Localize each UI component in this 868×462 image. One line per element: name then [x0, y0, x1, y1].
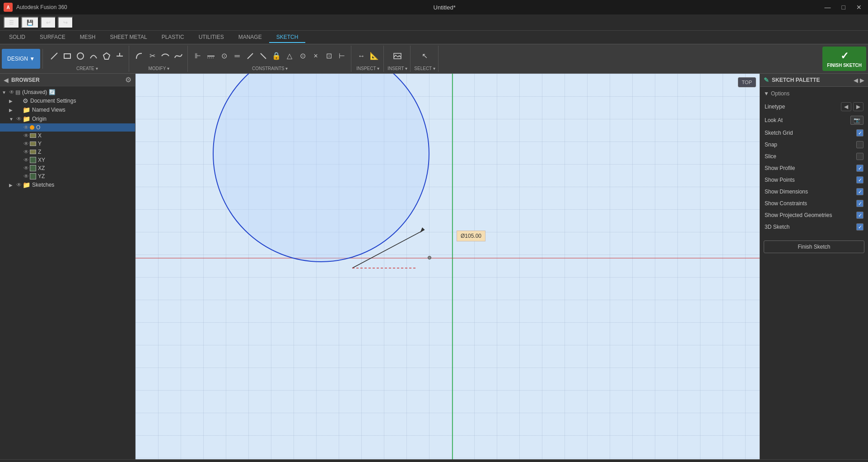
show-dimensions-checkbox[interactable]: ✓: [856, 188, 863, 195]
select-tool[interactable]: ↖: [419, 48, 431, 64]
show-constraints-checkbox[interactable]: ✓: [856, 200, 863, 207]
show-profile-checkbox[interactable]: ✓: [856, 165, 863, 172]
tree-item-x[interactable]: ▶ 👁 X: [0, 132, 135, 140]
tree-arrow-sketches[interactable]: ▶: [9, 183, 16, 188]
tree-item-origin[interactable]: ▼ 👁 📁 Origin: [0, 114, 135, 123]
tab-solid[interactable]: SOLID: [2, 32, 33, 43]
create-label[interactable]: CREATE ▾: [76, 66, 98, 72]
tree-item-y[interactable]: ▶ 👁 Y: [0, 140, 135, 148]
minimize-button[interactable]: —: [822, 3, 834, 12]
tree-eye-xy[interactable]: 👁: [23, 157, 29, 163]
sketch-grid-label: Sketch Grid: [765, 130, 793, 136]
tree-item-doc-settings[interactable]: ▶ 👁 ⚙ Document Settings: [0, 96, 135, 105]
fillet-tool[interactable]: [133, 48, 145, 64]
line-tool[interactable]: [48, 48, 61, 64]
show-points-checkbox[interactable]: ✓: [856, 176, 863, 184]
lookat-btn[interactable]: 📷: [850, 116, 863, 125]
spline-tool[interactable]: [172, 48, 185, 64]
tree-item-xy[interactable]: ▶ 👁 XY: [0, 156, 135, 164]
horizontal-tool[interactable]: ×: [309, 48, 322, 64]
canvas-area[interactable]: Ø105.00 TOP: [135, 74, 760, 459]
tree-arrow-named-views[interactable]: ▶: [9, 108, 16, 113]
symmetry-tool[interactable]: ⊢: [336, 48, 348, 64]
tree-arrow-origin[interactable]: ▼: [9, 117, 16, 122]
browser-settings-icon[interactable]: ⚙: [125, 75, 131, 84]
linetype-prev-btn[interactable]: ◀: [841, 102, 851, 111]
tree-item-o[interactable]: ▶ 👁 O: [0, 123, 135, 132]
tree-arrow-unsaved[interactable]: ▼: [2, 90, 9, 95]
slot-tool[interactable]: [113, 48, 126, 64]
tree-sync-icon[interactable]: 🔄: [49, 89, 56, 95]
finish-sketch-palette-btn[interactable]: Finish Sketch: [764, 240, 864, 253]
tab-plastic[interactable]: PLASTIC: [154, 32, 191, 43]
tab-manage[interactable]: MANAGE: [231, 32, 269, 43]
tab-surface[interactable]: SURFACE: [33, 32, 73, 43]
circle-tool[interactable]: [74, 48, 87, 64]
tab-sketch[interactable]: SKETCH: [269, 32, 306, 43]
tab-sheet-metal[interactable]: SHEET METAL: [103, 32, 154, 43]
midpoint-tool[interactable]: △: [283, 48, 296, 64]
tree-eye-o[interactable]: 👁: [23, 124, 29, 131]
trim-tool[interactable]: ✂: [146, 48, 159, 64]
tree-eye-unsaved[interactable]: 👁: [9, 89, 14, 95]
snap-checkbox[interactable]: [856, 141, 863, 148]
tree-eye-origin[interactable]: 👁: [16, 116, 22, 122]
3d-sketch-checkbox[interactable]: ✓: [856, 223, 863, 231]
tree-item-z[interactable]: ▶ 👁 Z: [0, 148, 135, 156]
tree-eye-z[interactable]: 👁: [23, 149, 29, 155]
modify-label[interactable]: MODIFY ▾: [148, 66, 169, 72]
tab-mesh[interactable]: MESH: [73, 32, 103, 43]
polygon-tool[interactable]: [100, 48, 113, 64]
browser-collapse-icon[interactable]: ◀: [4, 76, 9, 84]
tree-eye-x[interactable]: 👁: [23, 132, 29, 139]
tree-item-xz[interactable]: ▶ 👁 XZ: [0, 164, 135, 172]
slice-checkbox[interactable]: [856, 153, 863, 160]
title-bar-center: Untitled*: [434, 4, 456, 11]
undo-btn[interactable]: ↩: [41, 17, 56, 28]
hamburger-menu[interactable]: ☰: [4, 17, 19, 28]
tree-arrow-doc-settings[interactable]: ▶: [9, 99, 16, 104]
palette-expand-btn[interactable]: ▶: [860, 77, 864, 84]
palette-collapse-btn[interactable]: ◀: [854, 77, 858, 84]
browser-tree: ▼ 👁 ▤ (Unsaved) 🔄 ▶ 👁 ⚙ Document Setting…: [0, 86, 135, 459]
perpendicular-tool[interactable]: [244, 48, 257, 64]
tab-utilities[interactable]: UTILITIES: [191, 32, 231, 43]
coincident-tool[interactable]: ⊩: [191, 48, 204, 64]
show-projected-checkbox[interactable]: ✓: [856, 212, 863, 219]
palette-options-section[interactable]: ▼ Options: [764, 90, 864, 97]
arc-tool[interactable]: [87, 48, 100, 64]
inspect-tool[interactable]: 📐: [368, 48, 381, 64]
toolbar-group-constraints: ⊩ ⊙ ═ 🔒 △ ⊙ × ⊡ ⊢ CONSTRAINTS ▾: [189, 46, 351, 72]
maximize-button[interactable]: □: [839, 3, 848, 12]
concentric-tool[interactable]: ⊙: [218, 48, 230, 64]
design-button[interactable]: DESIGN ▼: [2, 49, 40, 69]
redo-btn[interactable]: ↪: [58, 17, 73, 28]
sketch-grid-checkbox[interactable]: ✓: [856, 129, 863, 137]
tree-item-sketches[interactable]: ▶ 👁 📁 Sketches: [0, 180, 135, 189]
tree-eye-xz[interactable]: 👁: [23, 165, 29, 171]
parallel-tool[interactable]: ═: [231, 48, 243, 64]
tree-item-unsaved[interactable]: ▼ 👁 ▤ (Unsaved) 🔄: [0, 88, 135, 96]
tree-item-named-views[interactable]: ▶ 👁 📁 Named Views: [0, 105, 135, 114]
tree-eye-yz[interactable]: 👁: [23, 173, 29, 179]
insert-image-tool[interactable]: [391, 48, 404, 64]
equal-tool[interactable]: 🔒: [270, 48, 283, 64]
save-btn[interactable]: 💾: [21, 17, 39, 28]
tree-eye-y[interactable]: 👁: [23, 141, 29, 147]
select-label[interactable]: SELECT ▾: [414, 66, 435, 72]
insert-label[interactable]: INSERT ▾: [387, 66, 407, 72]
rectangle-tool[interactable]: [61, 48, 74, 64]
constraints-label[interactable]: CONSTRAINTS ▾: [252, 66, 288, 72]
fix-tool[interactable]: ⊙: [296, 48, 309, 64]
inspect-label[interactable]: INSPECT ▾: [356, 66, 379, 72]
vertical-tool[interactable]: ⊡: [322, 48, 335, 64]
tangent-tool[interactable]: [257, 48, 270, 64]
extend-tool[interactable]: [159, 48, 172, 64]
measure-tool[interactable]: ↔: [355, 48, 368, 64]
collinear-tool[interactable]: [205, 48, 217, 64]
tree-eye-sketches[interactable]: 👁: [16, 182, 22, 188]
close-button[interactable]: ✕: [854, 3, 864, 12]
finish-sketch-button[interactable]: ✓ FINISH SKETCH: [822, 47, 866, 71]
linetype-next-btn[interactable]: ▶: [853, 102, 863, 111]
tree-item-yz[interactable]: ▶ 👁 YZ: [0, 172, 135, 180]
